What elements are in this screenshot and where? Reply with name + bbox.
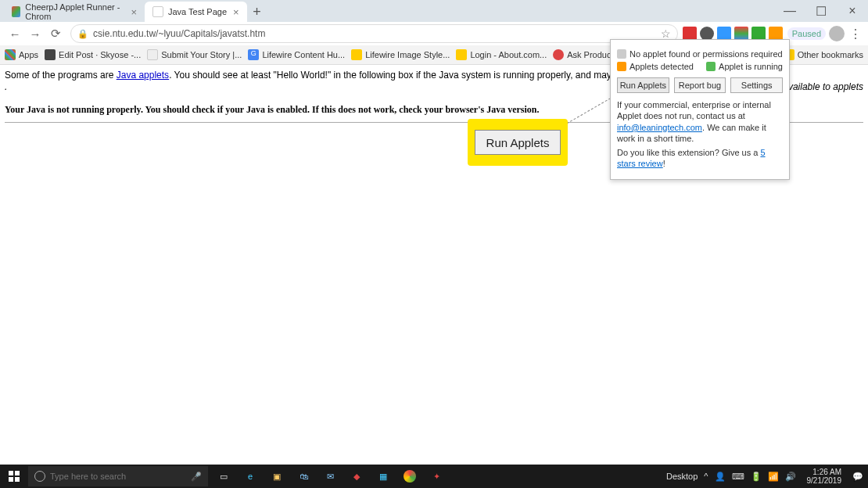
edge-icon[interactable]: e xyxy=(239,465,261,487)
bookmark-item[interactable]: Login - About.com... xyxy=(456,49,547,60)
url-text: csie.ntu.edu.tw/~lyuu/Capitals/javatst.h… xyxy=(93,28,265,39)
popup-button-row: Run Applets Report bug Settings xyxy=(617,77,783,93)
popup-message-2: Do you like this extension? Give us a 5 … xyxy=(617,147,783,170)
chrome-menu-button[interactable]: ⋮ xyxy=(848,27,863,41)
status-icon xyxy=(706,62,716,71)
popup-message-1: If your commercial, enterprise or intern… xyxy=(617,99,783,144)
close-window-button[interactable]: × xyxy=(837,0,868,22)
desktop-label[interactable]: Desktop xyxy=(666,472,698,481)
bookmark-icon xyxy=(147,49,158,60)
bookmark-item[interactable]: Edit Post · Skyose -... xyxy=(45,49,141,60)
wifi-icon[interactable]: 📶 xyxy=(768,472,779,482)
battery-icon[interactable]: 🔋 xyxy=(751,472,762,482)
app-icon[interactable]: ▦ xyxy=(372,465,394,487)
taskbar-search[interactable]: 🎤 xyxy=(28,466,208,486)
status-icon xyxy=(617,62,626,71)
chrome-icon[interactable] xyxy=(399,465,421,487)
tab-cheerpj[interactable]: CheerpJ Applet Runner - Chrom × xyxy=(4,2,145,22)
tab-title: CheerpJ Applet Runner - Chrom xyxy=(25,2,124,21)
cortana-icon xyxy=(34,471,45,482)
store-icon[interactable]: 🛍 xyxy=(292,465,314,487)
reload-button[interactable]: ⟳ xyxy=(45,23,66,44)
settings-button[interactable]: Settings xyxy=(730,77,783,93)
tab-java-test[interactable]: Java Test Page × xyxy=(145,2,247,22)
task-icons: ▭ e ▣ 🛍 ✉ ◆ ▦ ✦ xyxy=(213,465,447,487)
app-icon[interactable]: ✦ xyxy=(425,465,447,487)
bookmark-item[interactable]: Submit Your Story |... xyxy=(147,49,242,60)
bookmark-icon: G xyxy=(248,49,259,60)
paused-badge[interactable]: Paused xyxy=(787,27,826,40)
mic-icon[interactable]: 🎤 xyxy=(191,472,202,482)
status-row-combined: Applets detected Applet is running xyxy=(617,62,783,71)
bookmark-star-icon[interactable]: ☆ xyxy=(661,27,671,40)
callout-highlight: Run Applets xyxy=(468,119,568,166)
bookmark-icon xyxy=(351,49,362,60)
apps-button[interactable]: Apps xyxy=(5,49,38,60)
close-icon[interactable]: × xyxy=(233,6,239,18)
search-input[interactable] xyxy=(50,472,186,481)
bookmark-item[interactable]: GLifewire Content Hu... xyxy=(248,49,345,60)
tab-bar: CheerpJ Applet Runner - Chrom × Java Tes… xyxy=(0,0,868,22)
run-applets-button-callout: Run Applets xyxy=(475,130,561,155)
bookmark-icon xyxy=(553,49,564,60)
svg-rect-0 xyxy=(9,471,13,475)
forward-button[interactable]: → xyxy=(25,23,45,44)
contact-email-link[interactable]: info@leaningtech.com xyxy=(617,123,702,132)
status-icon xyxy=(617,49,626,59)
tray-chevron-icon[interactable]: ^ xyxy=(704,472,708,481)
notifications-icon[interactable]: 💬 xyxy=(852,472,863,482)
people-icon[interactable]: 👤 xyxy=(715,472,726,482)
tray-icon[interactable]: ⌨ xyxy=(732,472,744,482)
tab-title: Java Test Page xyxy=(168,7,227,16)
apps-icon xyxy=(5,49,16,60)
bookmark-icon xyxy=(456,49,467,60)
maximize-button[interactable]: ☐ xyxy=(805,0,837,22)
system-tray: Desktop ^ 👤 ⌨ 🔋 📶 🔊 1:26 AM 9/21/2019 💬 xyxy=(666,468,868,485)
bookmark-item[interactable]: Lifewire Image Style... xyxy=(351,49,450,60)
report-bug-button[interactable]: Report bug xyxy=(674,77,726,93)
profile-avatar[interactable] xyxy=(829,26,845,41)
other-bookmarks[interactable]: Other bookmarks xyxy=(784,49,863,60)
cheerpj-popup: No applet found or permissions required … xyxy=(610,39,790,180)
windows-taskbar: 🎤 ▭ e ▣ 🛍 ✉ ◆ ▦ ✦ Desktop ^ 👤 ⌨ 🔋 📶 🔊 1:… xyxy=(0,465,868,488)
new-tab-button[interactable]: + xyxy=(247,2,267,22)
java-applets-link[interactable]: Java applets xyxy=(117,70,169,81)
clock[interactable]: 1:26 AM 9/21/2019 xyxy=(802,468,847,485)
start-button[interactable] xyxy=(0,465,28,488)
run-applets-button[interactable]: Run Applets xyxy=(617,77,669,93)
minimize-button[interactable]: — xyxy=(774,0,805,22)
svg-rect-1 xyxy=(15,471,20,475)
bookmark-icon xyxy=(45,49,56,60)
app-icon[interactable]: ◆ xyxy=(346,465,368,487)
back-button[interactable]: ← xyxy=(5,23,25,44)
favicon-icon xyxy=(12,6,20,17)
window-controls: — ☐ × xyxy=(774,0,868,22)
close-icon[interactable]: × xyxy=(131,6,137,18)
mail-icon[interactable]: ✉ xyxy=(319,465,341,487)
lock-icon: 🔒 xyxy=(77,29,88,39)
task-view-button[interactable]: ▭ xyxy=(213,465,235,487)
svg-rect-3 xyxy=(15,477,20,482)
status-row-none: No applet found or permissions required xyxy=(617,49,783,59)
favicon-icon xyxy=(152,6,163,17)
volume-icon[interactable]: 🔊 xyxy=(785,472,796,482)
svg-rect-2 xyxy=(9,477,13,482)
url-field[interactable]: 🔒 csie.ntu.edu.tw/~lyuu/Capitals/javatst… xyxy=(70,24,678,43)
windows-icon xyxy=(9,471,20,482)
explorer-icon[interactable]: ▣ xyxy=(266,465,288,487)
